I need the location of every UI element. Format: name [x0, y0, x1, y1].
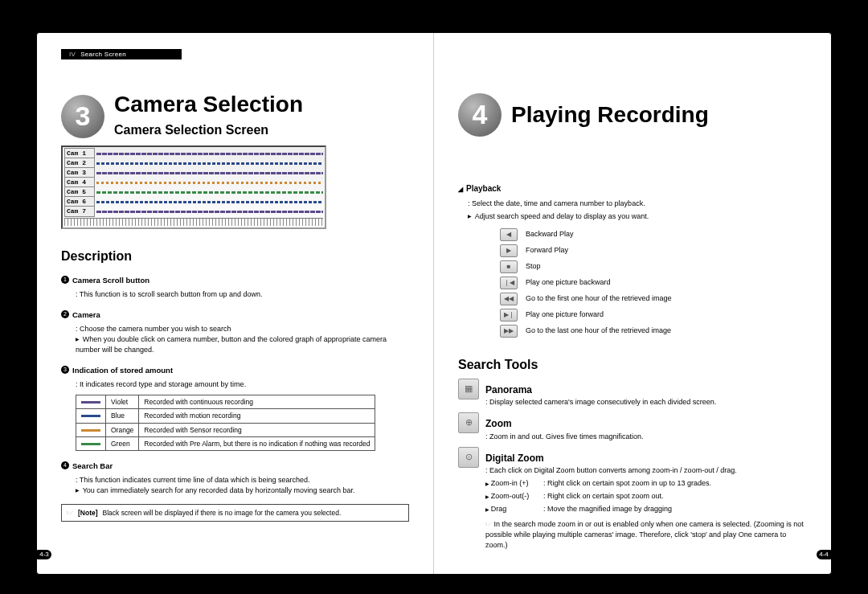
desc-2-text: Choose the camera number you wish to sea…	[76, 324, 409, 334]
camera-graph	[96, 210, 323, 214]
desc-3-text: It indicates record type and storage amo…	[76, 379, 409, 390]
callout-3: 3	[61, 366, 69, 374]
legend-row: GreenRecorded with Pre Alarm, but there …	[76, 436, 375, 450]
color-legend-table: VioletRecorded with continuous recording…	[76, 395, 375, 451]
section-title: Camera Selection	[114, 93, 303, 116]
playback-button-label: Go to the last one hour of the retrieved…	[526, 326, 671, 336]
camera-row: Cam 6	[64, 197, 323, 207]
callout-1: 1	[61, 276, 69, 284]
playback-control-row: ▶▶Go to the last one hour of the retriev…	[468, 325, 807, 338]
description-heading: Description	[61, 247, 409, 265]
note-pointer-icon	[67, 508, 73, 518]
section-header-4: 4 Playing Recording	[458, 93, 807, 137]
digital-zoom-line: Zoom-out(-)Right click on certain spot z…	[485, 491, 807, 502]
note-box: [Note] Black screen will be displayed if…	[61, 504, 409, 522]
digital-zoom-note: In the search mode zoom in or out is ena…	[485, 519, 807, 551]
desc-2-arrow: When you double click on camera number, …	[76, 334, 409, 355]
desc-2-head: Camera	[72, 309, 409, 321]
panorama-heading: Panorama	[485, 383, 807, 397]
header-bar: IV Search Screen	[61, 49, 182, 59]
playback-button[interactable]: ▶	[500, 244, 518, 257]
digital-zoom-heading: Digital Zoom	[485, 452, 807, 465]
playback-button-label: Stop	[526, 261, 541, 272]
page-number-right: 4-4	[817, 550, 831, 559]
zoom-heading: Zoom	[485, 417, 807, 431]
playback-control-row: ▶❘Play one picture forward	[468, 309, 807, 322]
color-swatch	[81, 443, 100, 445]
legend-row: OrangeRecorded with Sensor recording	[76, 423, 375, 436]
camera-row: Cam 4	[64, 178, 323, 187]
playback-heading: Playback	[458, 183, 807, 195]
playback-button-label: Go to the first one hour of the retrieve…	[526, 293, 672, 304]
legend-desc: Recorded with Sensor recording	[139, 423, 375, 436]
camera-graph	[96, 190, 323, 195]
left-page: IV Search Screen 3 Camera Selection Came…	[37, 33, 434, 574]
zoom-line-value: Right click on certain spot zoom out.	[543, 491, 664, 502]
zoom-line-key: Zoom-in (+)	[485, 478, 543, 489]
section-number-badge: 4	[458, 93, 502, 137]
section-subtitle: Camera Selection Screen	[114, 121, 303, 139]
playback-button[interactable]: ◀	[500, 228, 518, 241]
color-swatch	[81, 401, 100, 404]
panorama-icon: ▦	[458, 379, 479, 399]
legend-desc: Recorded with motion recording	[139, 409, 375, 423]
playback-arrow: Adjust search speed and delay to display…	[468, 211, 807, 222]
tool-panorama: ▦ Panorama : Display selected camera's i…	[458, 379, 807, 408]
camera-graph	[96, 181, 323, 185]
desc-4-arrow: You can immediately search for any recor…	[76, 485, 409, 496]
tool-digital-zoom: ⊙ Digital Zoom : Each click on Digital Z…	[458, 447, 807, 551]
header-roman: IV	[69, 50, 76, 59]
playback-control-row: ■Stop	[468, 260, 807, 273]
header-title: Search Screen	[80, 50, 126, 59]
desc-item-3: 3 Indication of stored amount It indicat…	[61, 365, 409, 451]
camera-row: Cam 3	[64, 168, 323, 178]
camera-graph	[96, 152, 323, 156]
playback-button[interactable]: ◀◀	[500, 293, 518, 305]
triangle-icon	[458, 183, 463, 195]
desc-4-text: This function indicates current time lin…	[76, 475, 409, 485]
note-text: Black screen will be displayed if there …	[103, 508, 342, 518]
playback-button-label: Play one picture forward	[526, 309, 604, 320]
tool-zoom: ⊕ Zoom : Zoom in and out. Gives five tim…	[458, 412, 807, 441]
legend-color-name: Orange	[106, 423, 139, 436]
camera-label: Cam 7	[64, 206, 95, 217]
playback-control-row: ❘◀Play one picture backward	[468, 277, 807, 289]
legend-color-name: Violet	[106, 395, 139, 408]
desc-item-2: 2 Camera Choose the camera number you wi…	[61, 309, 409, 355]
camera-graph	[96, 200, 323, 204]
page-number-left: 4-3	[37, 550, 51, 559]
playback-button[interactable]: ■	[500, 260, 518, 273]
note-tag: [Note]	[78, 508, 98, 518]
playback-button[interactable]: ▶▶	[500, 325, 518, 338]
camera-row: Cam 2	[64, 158, 323, 168]
callout-2: 2	[61, 310, 69, 318]
digital-zoom-icon: ⊙	[458, 447, 479, 468]
playback-button[interactable]: ❘◀	[500, 277, 518, 289]
section-header-3: 3 Camera Selection Camera Selection Scre…	[61, 93, 409, 139]
color-swatch	[81, 415, 100, 417]
desc-3-head: Indication of stored amount	[72, 365, 409, 376]
zoom-icon: ⊕	[458, 412, 479, 433]
digital-zoom-line: DragMove the magnified image by dragging	[485, 504, 807, 514]
playback-button-label: Forward Play	[526, 245, 568, 256]
legend-desc: Recorded with Pre Alarm, but there is no…	[139, 436, 375, 450]
camera-graph	[96, 171, 323, 175]
camera-row: Cam 1	[64, 149, 323, 158]
zoom-line-value: Move the magnified image by dragging	[543, 504, 672, 514]
desc-item-1: 1 Camera Scroll button This function is …	[61, 275, 409, 300]
digital-zoom-line: Zoom-in (+)Right click on certain spot z…	[485, 478, 807, 489]
camera-row: Cam 7	[64, 207, 323, 216]
playback-button[interactable]: ▶❘	[500, 309, 518, 322]
zoom-line-key: Drag	[485, 504, 543, 514]
legend-color-name: Blue	[106, 409, 139, 423]
desc-1-text: This function is to scroll search button…	[76, 289, 409, 300]
camera-row: Cam 5	[64, 187, 323, 197]
playback-control-row: ▶Forward Play	[468, 244, 807, 257]
color-swatch	[81, 429, 100, 432]
desc-1-head: Camera Scroll button	[72, 275, 409, 286]
timeline-ruler	[64, 218, 323, 226]
right-page: 4 Playing Recording Playback : Select th…	[434, 33, 831, 574]
legend-row: BlueRecorded with motion recording	[76, 409, 375, 423]
desc-item-4: 4 Search Bar This function indicates cur…	[61, 461, 409, 496]
zoom-line-value: Right click on certain spot zoom in up t…	[543, 478, 711, 489]
